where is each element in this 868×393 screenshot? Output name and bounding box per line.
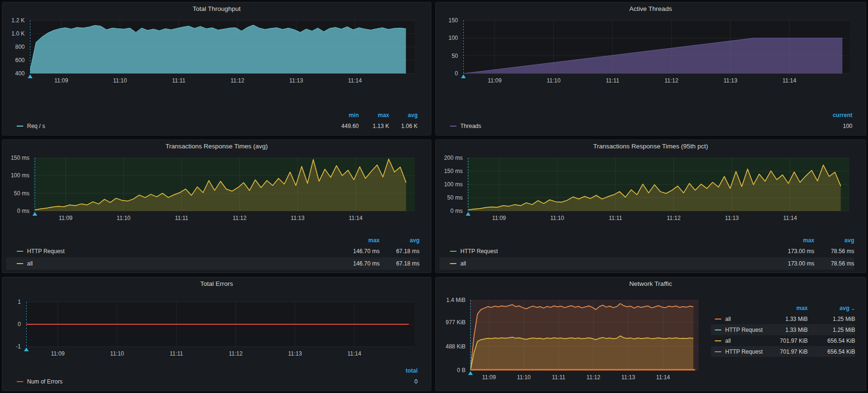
series-color-icon[interactable] <box>450 126 457 127</box>
chart-total-throughput[interactable]: 4006008001.0 K1.2 K11:0911:1011:1111:121… <box>6 16 428 87</box>
legend-row: HTTP Request173.00 ms78.56 ms <box>439 245 854 257</box>
legend-header-max[interactable]: max <box>772 236 814 245</box>
legend-series-http-request[interactable]: HTTP Request <box>6 248 337 255</box>
legend-series-http-request[interactable]: HTTP Request <box>711 327 766 333</box>
panel-title[interactable]: Transactions Response Times (avg) <box>6 140 427 153</box>
legend-header-row: maxavg <box>6 236 420 245</box>
y-axis-tick-label: 0 ms <box>17 208 29 214</box>
y-axis-tick-label: 1.4 MiB <box>446 297 466 303</box>
legend-header-max[interactable]: max <box>766 303 808 313</box>
y-axis-tick-label: 150 <box>448 17 458 24</box>
network-traffic-body: 0 B488 KiB977 KiB1.4 MiB11:0911:1011:111… <box>439 291 862 391</box>
legend-transactions-response-times-avg: maxavgHTTP Request146.70 ms67.18 msall14… <box>6 236 427 273</box>
x-axis-tick-label: 11:12 <box>664 77 678 84</box>
y-axis-tick-label: 1.0 K <box>11 30 25 37</box>
legend-value: 100 <box>819 123 852 129</box>
panel-title[interactable]: Total Throughput <box>6 2 427 16</box>
y-axis-tick-label: 0 <box>18 321 21 328</box>
legend-value: 449.60 <box>328 123 359 129</box>
series-color-icon[interactable] <box>17 381 23 382</box>
x-axis-tick-label: 11:14 <box>656 374 670 381</box>
x-axis-tick-label: 11:10 <box>517 374 531 381</box>
legend-series-threads[interactable]: Threads <box>439 123 819 129</box>
y-axis-tick-label: 50 ms <box>447 194 463 201</box>
legend-series-num-of-errors[interactable]: Num of Errors <box>6 378 384 385</box>
chart-transactions-response-times-avg[interactable]: 0 ms50 ms100 ms150 ms11:0911:1011:1111:1… <box>6 153 428 224</box>
legend-header-avg[interactable]: avg <box>389 110 418 120</box>
legend-value: 146.70 ms <box>337 260 380 267</box>
x-axis-tick-label: 11:14 <box>349 215 363 221</box>
legend-row: Num of Errors0 <box>6 375 418 388</box>
legend-header-avg[interactable]: avg <box>380 236 420 245</box>
legend-total-throughput: minmaxavgReq / s449.601.13 K1.06 K <box>6 110 427 135</box>
chevron-down-icon: ⌄ <box>851 305 855 311</box>
legend-value: 656.54 KiB <box>808 348 855 355</box>
y-axis-tick-label: 100 ms <box>444 181 463 188</box>
legend-header-current[interactable]: current <box>819 110 852 120</box>
series-color-icon[interactable] <box>715 319 721 320</box>
series-color-icon[interactable] <box>715 329 721 330</box>
series-color-icon[interactable] <box>450 251 457 252</box>
annotation-marker-icon[interactable] <box>32 212 37 216</box>
annotation-marker-icon[interactable] <box>466 212 470 216</box>
x-axis-tick-label: 11:13 <box>621 374 635 381</box>
legend-series-label: HTTP Request <box>725 348 763 355</box>
legend-value: 67.18 ms <box>380 260 420 267</box>
y-axis-tick-label: 150 ms <box>11 155 29 161</box>
x-axis-tick-label: 11:13 <box>725 215 739 221</box>
panel-title[interactable]: Network Traffic <box>439 277 862 291</box>
y-axis-tick-label: 977 KiB <box>446 319 466 326</box>
chart-network-traffic[interactable]: 0 B488 KiB977 KiB1.4 MiB11:0911:1011:111… <box>439 296 703 384</box>
annotation-marker-icon[interactable] <box>461 74 466 78</box>
y-axis-tick-label: 800 <box>15 44 25 50</box>
legend-value: 1.33 MiB <box>766 316 808 322</box>
chart-total-errors[interactable]: -10111:0911:1011:1111:1211:1311:14 <box>6 298 428 360</box>
legend-header-max[interactable]: max <box>337 236 380 245</box>
legend-series-req-s[interactable]: Req / s <box>6 123 328 129</box>
y-axis-tick-label: 150 ms <box>444 168 463 174</box>
series-color-icon[interactable] <box>17 263 23 264</box>
legend-series-http-request[interactable]: HTTP Request <box>439 248 772 255</box>
x-axis-tick-label: 11:13 <box>724 77 737 84</box>
legend-header-total[interactable]: total <box>384 366 418 375</box>
y-axis-tick-label: 0 <box>455 70 458 77</box>
x-axis-tick-label: 11:13 <box>289 77 303 84</box>
legend-series-all[interactable]: all <box>439 260 772 267</box>
legend-value: 78.56 ms <box>814 248 854 255</box>
chart-active-threads[interactable]: 05010015011:0911:1011:1111:1211:1311:14 <box>439 16 863 87</box>
annotation-marker-icon[interactable] <box>24 347 28 351</box>
legend-series-label: HTTP Request <box>460 248 498 255</box>
x-axis-tick-label: 11:12 <box>667 215 681 221</box>
legend-series-all[interactable]: all <box>711 316 766 322</box>
legend-series-label: HTTP Request <box>27 248 65 255</box>
legend-header-avg[interactable]: avg⌄ <box>808 303 855 313</box>
legend-header-min[interactable]: min <box>328 110 359 120</box>
legend-value: 1.33 MiB <box>766 327 808 333</box>
series-color-icon[interactable] <box>17 126 23 127</box>
series-color-icon[interactable] <box>715 340 721 341</box>
panel-transactions-response-times-avg: Transactions Response Times (avg) 0 ms50… <box>2 139 431 273</box>
annotation-marker-icon[interactable] <box>468 371 473 375</box>
legend-header-avg[interactable]: avg <box>814 236 854 245</box>
legend-series-all[interactable]: all <box>711 338 766 344</box>
x-axis-tick-label: 11:14 <box>347 350 361 357</box>
legend-series-label: all <box>725 316 731 322</box>
series-color-icon[interactable] <box>715 351 721 352</box>
panel-title[interactable]: Total Errors <box>6 277 427 291</box>
panel-title[interactable]: Active Threads <box>439 2 862 16</box>
y-axis-tick-label: 400 <box>15 70 25 77</box>
legend-series-http-request[interactable]: HTTP Request <box>711 348 766 355</box>
legend-series-all[interactable]: all <box>6 260 337 267</box>
x-axis-tick-label: 11:09 <box>482 374 496 381</box>
series-color-icon[interactable] <box>17 251 23 252</box>
panel-title[interactable]: Transactions Response Times (95th pct) <box>439 140 862 153</box>
y-axis-tick-label: 50 <box>452 53 458 59</box>
annotation-marker-icon[interactable] <box>28 74 32 78</box>
legend-header-row: total <box>6 366 418 375</box>
legend-row: Threads100 <box>439 120 852 132</box>
chart-transactions-response-times-95th[interactable]: 0 ms50 ms100 ms150 ms200 ms11:0911:1011:… <box>439 153 863 224</box>
legend-series-label: all <box>725 338 731 344</box>
x-axis-tick-label: 11:10 <box>113 77 127 84</box>
series-color-icon[interactable] <box>450 263 457 264</box>
legend-header-max[interactable]: max <box>359 110 389 120</box>
